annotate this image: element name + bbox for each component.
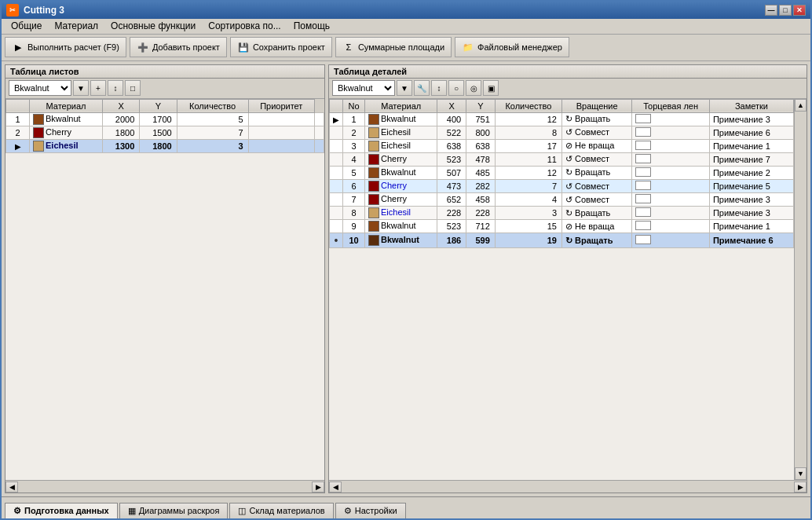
sheets-btn4[interactable]: □ (125, 80, 141, 96)
sheets-btn2[interactable]: + (90, 80, 106, 96)
minimize-button[interactable]: — (765, 5, 777, 16)
menu-material[interactable]: Материал (48, 19, 104, 33)
tab-materials[interactable]: ◫ Склад материалов (229, 503, 333, 518)
sheets-toolbar: Bkwalnut ▼ + ↕ □ (5, 79, 324, 99)
row-rotation: ↻ Вращать (562, 207, 632, 220)
row-material: Cherry (30, 126, 103, 139)
row-rotation: ↺ Совмест (562, 180, 632, 193)
details-hscroll[interactable]: ◀ ▶ (329, 480, 807, 493)
row-marker: ▶ (330, 112, 343, 126)
row-qty: 7 (495, 180, 561, 193)
save-project-button[interactable]: 💾 Сохранить проект (230, 37, 332, 57)
close-button[interactable]: ✕ (793, 5, 806, 16)
details-btn6[interactable]: ▣ (483, 80, 499, 96)
menu-general[interactable]: Общие (5, 19, 48, 33)
table-row[interactable]: 4 Cherry 523 478 11 ↺ Совмест Примечание… (330, 152, 794, 166)
menu-functions[interactable]: Основные функции (104, 19, 202, 33)
row-scroll (315, 126, 324, 139)
table-row[interactable]: 5 Bkwalnut 507 485 12 ↻ Вращать Примечан… (330, 166, 794, 179)
menu-bar: Общие Материал Основные функции Сортиров… (2, 19, 810, 35)
details-table: No Материал X Y Количество Вращение Торц… (329, 99, 794, 249)
row-rotation: ↺ Совмест (562, 193, 632, 207)
hscroll-right-btn[interactable]: ▶ (794, 482, 807, 493)
row-marker (330, 126, 343, 139)
sheets-table: Материал X Y Количество Приоритет 1 Bkwa… (5, 99, 324, 153)
table-row[interactable]: 9 Bkwalnut 523 712 15 ⊘ Не враща Примеча… (330, 220, 794, 233)
edge-indicator (635, 207, 651, 217)
sheets-vscroll[interactable] (796, 122, 809, 469)
file-manager-button[interactable]: 📁 Файловый менеджер (455, 37, 569, 57)
tab-settings[interactable]: ⚙ Настройки (335, 503, 406, 518)
row-no: 10 (343, 233, 365, 248)
row-qty: 4 (495, 193, 561, 207)
sheets-sort-btn[interactable]: ↕ (108, 80, 123, 96)
details-sort-btn[interactable]: ↕ (431, 80, 447, 96)
sheets-material-select[interactable]: Bkwalnut (9, 80, 71, 96)
table-row[interactable]: 2 Eichesil 522 800 8 ↺ Совмест Примечани… (330, 126, 794, 139)
menu-help[interactable]: Помощь (287, 19, 336, 33)
row-rotation: ↺ Совмест (562, 152, 632, 166)
hscroll-left-btn[interactable]: ◀ (329, 482, 342, 493)
row-qty: 19 (495, 233, 561, 248)
sheets-scroll-header (315, 99, 324, 112)
row-material: Eichesil (365, 126, 437, 139)
summary-areas-button[interactable]: Σ Суммарные площади (335, 37, 452, 57)
vscroll-down-btn[interactable]: ▼ (795, 467, 807, 480)
row-edge (632, 166, 710, 179)
maximize-button[interactable]: □ (779, 5, 792, 16)
add-project-button[interactable]: ➕ Добавить проект (130, 37, 227, 57)
color-swatch (368, 141, 379, 152)
menu-sort[interactable]: Сортировка по... (202, 19, 287, 33)
table-row[interactable]: 3 Eichesil 638 638 17 ⊘ Не враща Примеча… (330, 139, 794, 152)
table-row[interactable]: ▶ 1 Bkwalnut 400 751 12 ↻ Вращать Примеч… (330, 112, 794, 126)
row-edge (632, 220, 710, 233)
color-swatch (368, 154, 379, 165)
table-row[interactable]: 2 Cherry 1800 1500 7 (6, 126, 324, 139)
calculate-button[interactable]: ▶ Выполнить расчет (F9) (5, 37, 126, 57)
tab-data-prep[interactable]: ⚙ Подготовка данных (5, 503, 118, 518)
details-btn1[interactable]: ▼ (397, 80, 412, 96)
add-icon: ➕ (137, 41, 149, 53)
window-title: Cutting 3 (24, 5, 64, 16)
sheets-hscroll[interactable]: ◀ ▶ (5, 480, 324, 493)
folder-icon: 📁 (462, 41, 474, 53)
row-y: 1800 (140, 139, 177, 152)
table-row[interactable]: 7 Cherry 652 458 4 ↺ Совмест Примечание … (330, 193, 794, 207)
details-btn5[interactable]: ◎ (466, 80, 481, 96)
row-y: 599 (466, 233, 496, 248)
table-row[interactable]: 6 Cherry 473 282 7 ↺ Совмест Примечание … (330, 180, 794, 193)
row-marker (330, 207, 343, 220)
row-y: 1700 (140, 112, 177, 126)
tab-diagrams[interactable]: ▦ Диаграммы раскроя (119, 503, 229, 518)
edge-indicator (635, 154, 651, 163)
row-no: 1 (6, 112, 30, 126)
row-y: 458 (466, 193, 496, 207)
rotation-icon: ↺ (565, 195, 572, 204)
row-marker: ▶ (6, 139, 30, 152)
row-scroll (315, 112, 324, 126)
scroll-right-btn[interactable]: ▶ (312, 482, 324, 493)
row-qty: 8 (495, 126, 561, 139)
app-icon: ✂ (6, 4, 19, 16)
details-btn4[interactable]: ○ (448, 80, 464, 96)
table-row[interactable]: 1 Bkwalnut 2000 1700 5 (6, 112, 324, 126)
row-notes: Примечание 3 (709, 193, 793, 207)
color-swatch (33, 127, 44, 138)
vscroll-up-btn[interactable]: ▲ (795, 99, 807, 112)
table-row[interactable]: 8 Eichesil 228 228 3 ↻ Вращать Примечани… (330, 207, 794, 220)
row-y: 712 (466, 220, 496, 233)
sheets-btn1[interactable]: ▼ (73, 80, 89, 96)
table-row[interactable]: • 10 Bkwalnut 186 599 19 ↻ Вращать Приме… (330, 233, 794, 248)
table-row[interactable]: ▶ Eichesil 1300 1800 3 (6, 139, 324, 152)
row-material: Eichesil (30, 139, 103, 152)
sheets-panel-title: Таблица листов (5, 65, 324, 79)
sheets-col-priority: Приоритет (248, 99, 314, 112)
details-toolbar: Bkwalnut ▼ 🔧 ↕ ○ ◎ ▣ (329, 79, 807, 99)
scroll-left-btn[interactable]: ◀ (5, 482, 18, 493)
details-material-select[interactable]: Bkwalnut (332, 80, 395, 96)
edge-indicator (635, 194, 651, 203)
color-swatch (368, 114, 379, 125)
row-qty: 3 (495, 207, 561, 220)
details-btn2[interactable]: 🔧 (414, 80, 430, 96)
details-content: No Материал X Y Количество Вращение Торц… (329, 99, 807, 481)
